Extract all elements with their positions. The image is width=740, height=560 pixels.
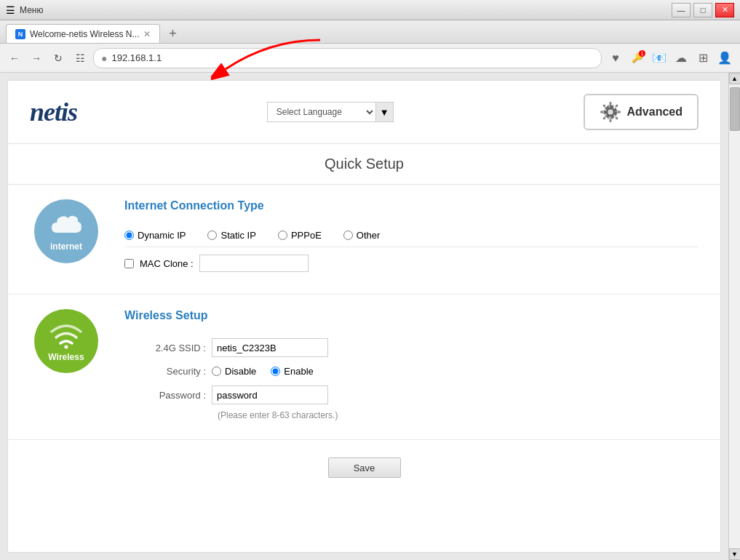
gear-icon — [600, 101, 621, 123]
wireless-section-content: Wireless Setup 2.4G SSID : Security : Di… — [103, 309, 699, 425]
wireless-icon: Wireless — [34, 309, 98, 373]
window-title: Меню — [20, 5, 43, 15]
wireless-section-title: Wireless Setup — [124, 309, 699, 322]
extension-icon-3[interactable]: ☁ — [672, 49, 691, 68]
save-button[interactable]: Save — [328, 457, 401, 478]
other-radio[interactable] — [343, 231, 353, 240]
static-ip-label: Static IP — [220, 230, 255, 241]
mac-clone-row: MAC Clone : — [124, 247, 699, 279]
svg-point-15 — [65, 345, 68, 349]
security-row: Security : Disable Enable — [124, 361, 699, 381]
language-selector: Select Language English Chinese ▼ — [267, 102, 394, 122]
svg-rect-5 — [615, 116, 618, 120]
cloud-svg — [48, 211, 84, 239]
page-content: netis Select Language English Chinese ▼ — [0, 73, 728, 560]
password-hint: (Please enter 8-63 characters.) — [218, 409, 699, 425]
security-options: Disable Enable — [212, 366, 314, 377]
address-input-wrap: ● — [93, 48, 602, 68]
header-center: Select Language English Chinese ▼ — [77, 102, 584, 122]
bookmark-icon[interactable]: ♥ — [606, 49, 625, 68]
dynamic-ip-label: Dynamic IP — [138, 230, 186, 241]
extension-icon-2[interactable]: 📧 — [650, 49, 669, 68]
other-option[interactable]: Other — [343, 230, 381, 241]
password-input[interactable] — [212, 385, 328, 404]
mac-clone-label: MAC Clone : — [140, 258, 194, 269]
netis-header: netis Select Language English Chinese ▼ — [8, 81, 720, 144]
svg-rect-3 — [615, 104, 618, 108]
ssid-row: 2.4G SSID : — [124, 334, 699, 361]
enable-label: Enable — [284, 366, 313, 377]
internet-section: internet Internet Connection Type Dynami… — [8, 185, 720, 295]
connection-type-group: Dynamic IP Static IP PPPoE Other — [124, 224, 699, 247]
mac-clone-checkbox[interactable] — [124, 259, 134, 268]
scrollbar-thumb[interactable] — [730, 87, 740, 131]
language-select[interactable]: Select Language English Chinese — [267, 102, 376, 122]
netis-page: netis Select Language English Chinese ▼ — [7, 80, 721, 553]
disable-radio[interactable] — [212, 367, 221, 376]
pppoe-radio[interactable] — [278, 231, 287, 240]
password-input-row: Password : — [124, 381, 699, 409]
refresh-button[interactable]: ↻ — [49, 49, 67, 67]
scrollbar-up-button[interactable]: ▲ — [729, 73, 741, 84]
disable-label: Disable — [225, 366, 256, 377]
tab-title: Welcome-netis Wireless N... — [30, 29, 139, 39]
quick-setup-title: Quick Setup — [8, 144, 720, 185]
security-label: Security : — [124, 366, 212, 377]
mac-clone-input[interactable] — [199, 255, 309, 272]
internet-icon: internet — [34, 199, 98, 263]
ssid-input[interactable] — [212, 338, 328, 357]
wifi-svg — [48, 320, 84, 349]
window-controls: — □ ✕ — [672, 3, 734, 17]
browser-tab[interactable]: N Welcome-netis Wireless N... ✕ — [6, 24, 160, 43]
internet-icon-wrap: internet — [30, 199, 103, 263]
password-row: Password : (Please enter 8-63 characters… — [124, 381, 699, 425]
ssid-label: 2.4G SSID : — [124, 343, 212, 353]
new-tab-button[interactable]: + — [163, 24, 182, 43]
advanced-label: Advanced — [627, 105, 683, 119]
toolbar-icons: ♥ 🔑 1 📧 ☁ ⊞ 👤 — [606, 49, 734, 68]
wireless-icon-label: Wireless — [48, 352, 84, 362]
scrollbar-down-button[interactable]: ▼ — [729, 548, 741, 560]
forward-button[interactable]: → — [28, 49, 45, 67]
minimize-button[interactable]: — — [672, 3, 691, 17]
tab-bar: N Welcome-netis Wireless N... ✕ + — [0, 20, 740, 44]
password-label: Password : — [124, 390, 212, 401]
dynamic-ip-option[interactable]: Dynamic IP — [124, 230, 186, 241]
extension-icon-1[interactable]: 🔑 1 — [628, 49, 647, 68]
netis-logo: netis — [30, 97, 77, 127]
browser-content: netis Select Language English Chinese ▼ — [0, 73, 740, 560]
address-bar: ← → ↻ ☷ ● ♥ 🔑 1 📧 ☁ ⊞ 👤 — [0, 44, 740, 73]
close-button[interactable]: ✕ — [715, 3, 734, 17]
user-icon[interactable]: 👤 — [715, 49, 734, 68]
internet-icon-label: internet — [50, 241, 82, 252]
disable-security-option[interactable]: Disable — [212, 366, 256, 377]
save-area: Save — [8, 440, 720, 492]
enable-security-option[interactable]: Enable — [271, 366, 313, 377]
globe-icon: ● — [101, 52, 107, 64]
pppoe-label: PPPoE — [291, 230, 322, 241]
window-title-bar: ☰ Меню — □ ✕ — [0, 0, 740, 20]
pppoe-option[interactable]: PPPoE — [278, 230, 322, 241]
wireless-icon-wrap: Wireless — [30, 309, 103, 373]
static-ip-option[interactable]: Static IP — [207, 230, 255, 241]
address-input[interactable] — [111, 52, 594, 63]
tab-close-button[interactable]: ✕ — [143, 29, 151, 39]
internet-section-content: Internet Connection Type Dynamic IP Stat… — [103, 199, 699, 279]
tab-favicon: N — [15, 29, 25, 39]
grid-button[interactable]: ☷ — [71, 49, 89, 67]
svg-rect-7 — [602, 116, 606, 120]
svg-rect-9 — [602, 104, 606, 108]
internet-section-title: Internet Connection Type — [124, 199, 699, 212]
scrollbar-track[interactable]: ▲ ▼ — [728, 73, 740, 560]
other-label: Other — [357, 230, 381, 241]
back-button[interactable]: ← — [6, 49, 23, 67]
maximize-button[interactable]: □ — [693, 3, 712, 17]
static-ip-radio[interactable] — [207, 231, 217, 240]
enable-radio[interactable] — [271, 367, 280, 376]
wireless-section: Wireless Wireless Setup 2.4G SSID : Secu… — [8, 295, 720, 440]
dynamic-ip-radio[interactable] — [124, 231, 134, 240]
language-dropdown-button[interactable]: ▼ — [376, 102, 394, 122]
advanced-button[interactable]: Advanced — [584, 94, 699, 130]
extension-icon-4[interactable]: ⊞ — [693, 49, 712, 68]
